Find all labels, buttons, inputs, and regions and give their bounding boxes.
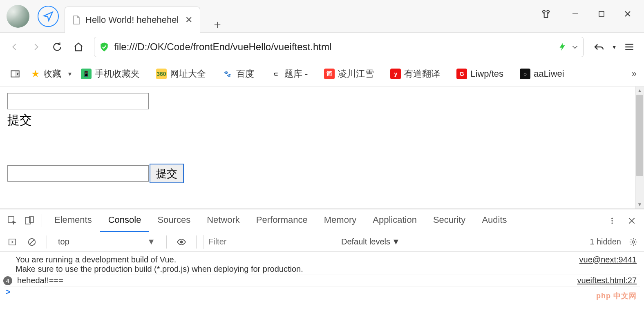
tab-close-button[interactable]: ✕ [183,15,194,25]
bookmark-icon: 📱 [81,69,92,79]
maximize-button[interactable] [588,3,615,24]
devtools-tab-console[interactable]: Console [100,209,150,232]
nav-back-button[interactable] [5,37,25,57]
scroll-down-arrow[interactable]: ▼ [635,200,644,209]
bookmark-icon: 简 [324,69,335,79]
home-button[interactable] [69,37,88,57]
main-menu-button[interactable] [619,37,639,57]
devtools-tab-sources[interactable]: Sources [149,209,199,232]
send-location-button[interactable] [38,6,59,27]
bookmark-label: 百度 [236,68,254,80]
bookmark-item[interactable]: ○aaLiwei [517,67,567,81]
hamburger-icon [624,42,635,52]
log-levels-select[interactable]: Default levels ▼ [341,237,400,246]
text-input-2[interactable] [7,165,149,182]
devtools-tab-network[interactable]: Network [199,209,248,232]
console-toolbar: top ▼ Default levels ▼ 1 hidden [0,232,644,252]
submit-button[interactable]: 提交 [150,164,184,183]
console-prompt[interactable]: > [4,286,640,297]
device-toolbar-button[interactable] [21,213,38,229]
prompt-chevron-icon: > [6,287,11,296]
live-expression-button[interactable] [173,234,190,250]
text-input-1[interactable] [7,93,149,109]
skin-button[interactable] [533,3,559,24]
undo-dropdown[interactable]: ▼ [611,44,617,50]
console-settings-button[interactable] [627,235,640,249]
devtools-menu-button[interactable] [604,213,620,229]
chevron-down-icon [571,43,579,51]
minimize-icon [572,10,579,18]
hidden-messages-count[interactable]: 1 hidden [590,237,624,246]
bookmarks-overflow-button[interactable]: » [632,69,637,79]
log-message: heheda!!=== [17,276,63,285]
close-icon [628,217,636,225]
window-close-button[interactable] [615,3,641,24]
bookmark-item[interactable]: 360网址大全 [154,66,208,82]
bookmark-item[interactable]: 🐾百度 [220,66,257,82]
log-source-link[interactable]: vue@next:9441 [579,255,640,274]
devtools-tab-application[interactable]: Application [364,209,425,232]
bookmark-item[interactable]: ⊂题库 - [268,66,310,82]
inspect-element-button[interactable] [4,213,20,229]
svg-line-12 [30,240,34,244]
close-icon [624,10,631,18]
url-dropdown-button[interactable] [571,43,579,51]
new-tab-button[interactable]: ＋ [209,16,226,33]
url-box[interactable]: file:///D:/OK/Code/frontEnd/vueHello/vue… [94,37,584,57]
gear-icon [629,238,638,246]
favorites-dropdown[interactable]: ▼ [67,71,73,77]
repeat-count-badge: 4 [3,276,12,285]
svg-rect-1 [599,11,604,16]
context-value: top [58,237,69,246]
profile-avatar[interactable] [7,5,29,28]
clear-icon [27,238,36,246]
bookmark-item[interactable]: 📱手机收藏夹 [78,66,142,82]
bookmark-label: 有道翻译 [404,68,440,80]
execution-context-select[interactable]: top ▼ [54,235,160,249]
maximize-icon [598,11,605,17]
bookmark-item[interactable]: GLiwp/tes [454,67,506,81]
console-output[interactable]: You are running a development build of V… [0,252,644,313]
panel-icon [10,69,20,79]
devtools-tab-performance[interactable]: Performance [248,209,316,232]
scrollbar-thumb[interactable] [636,95,643,176]
bookmark-item[interactable]: 简凌川江雪 [322,66,376,82]
clear-console-button[interactable] [24,234,40,250]
bookmark-icon: G [456,69,467,79]
reload-icon [52,42,63,52]
console-sidebar-toggle[interactable] [4,234,20,250]
reload-button[interactable] [47,37,67,57]
svg-point-7 [611,218,613,219]
console-log-row: 4 heheda!!=== vueiftest.html:27 [4,275,640,286]
nav-forward-button[interactable] [26,37,46,57]
devtools-toggle-bookmark[interactable] [7,67,23,81]
minimize-button[interactable] [562,3,588,24]
favorites-button[interactable]: ★ 收藏 [29,66,64,82]
bookmark-label: aaLiwei [534,69,564,79]
url-text: file:///D:/OK/Code/frontEnd/vueHello/vue… [114,41,554,53]
address-bar: file:///D:/OK/Code/frontEnd/vueHello/vue… [0,33,644,61]
devtools-tab-audits[interactable]: Audits [474,209,515,232]
devtools-tab-elements[interactable]: Elements [46,209,100,232]
submit-label[interactable]: 提交 [7,112,637,129]
log-source-link[interactable]: vueiftest.html:27 [577,276,640,285]
home-icon [73,41,84,53]
console-filter-input[interactable] [203,235,338,249]
scroll-up-arrow[interactable]: ▲ [635,87,644,95]
svg-point-8 [611,220,613,221]
svg-point-9 [611,222,613,224]
bookmark-label: Liwp/tes [470,69,503,79]
device-icon [25,216,34,226]
vertical-scrollbar[interactable]: ▲ ▼ [635,87,644,209]
browser-tab-active[interactable]: Hello World! hehehehel ✕ [65,7,200,33]
undo-button[interactable] [589,37,609,57]
devtools-tab-security[interactable]: Security [425,209,474,232]
bookmark-icon: y [390,69,401,79]
eye-icon [177,237,186,247]
log-message: You are running a development build of V… [16,255,176,264]
devtools-panel: ElementsConsoleSourcesNetworkPerformance… [0,209,644,313]
devtools-close-button[interactable] [624,213,640,229]
bookmark-item[interactable]: y有道翻译 [388,66,443,82]
log-message: Make sure to use the production build (*… [16,264,303,273]
devtools-tab-memory[interactable]: Memory [316,209,364,232]
